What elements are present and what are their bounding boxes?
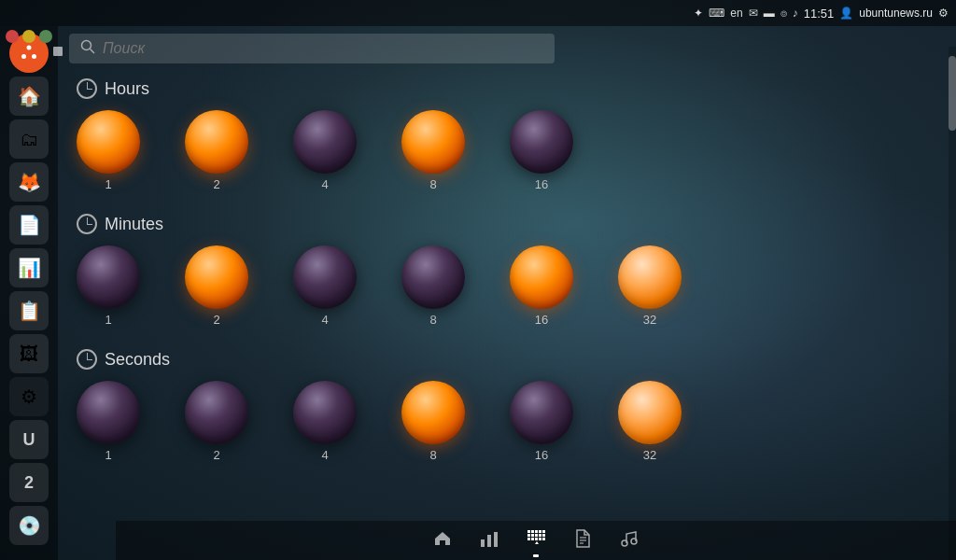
svg-rect-16 bbox=[535, 534, 538, 537]
sidebar-item-disk[interactable]: 💿 bbox=[9, 506, 49, 545]
svg-rect-12 bbox=[539, 530, 541, 533]
ball-sec-8[interactable] bbox=[401, 381, 465, 444]
sidebar-item-home[interactable]: 🏠 bbox=[9, 77, 49, 116]
ball-min-2[interactable] bbox=[185, 245, 248, 309]
sidebar-item-stats[interactable]: 📊 bbox=[9, 248, 49, 287]
ball-min-32[interactable] bbox=[618, 245, 682, 309]
sidebar-item-files[interactable]: 🗂 bbox=[9, 119, 49, 159]
ball-item-hours-4: 4 bbox=[293, 110, 357, 191]
bottombar-music-icon[interactable] bbox=[619, 528, 640, 553]
svg-rect-18 bbox=[542, 534, 545, 537]
bottombar-file-icon[interactable] bbox=[572, 528, 593, 553]
svg-rect-15 bbox=[531, 534, 534, 537]
clock-icon-minutes bbox=[77, 214, 97, 234]
ball-sec-4[interactable] bbox=[293, 381, 357, 444]
ball-item-min-2: 2 bbox=[185, 245, 248, 327]
seconds-balls-row: 1 2 4 8 16 bbox=[77, 375, 945, 469]
ball-label-min-32: 32 bbox=[643, 313, 656, 327]
ball-min-8[interactable] bbox=[401, 245, 465, 309]
ball-label-sec-2: 2 bbox=[213, 448, 219, 462]
sidebar-item-spreadsheet[interactable]: 📋 bbox=[9, 291, 49, 330]
ball-label-hours-2: 2 bbox=[213, 177, 219, 191]
ball-sec-32[interactable] bbox=[618, 381, 682, 444]
topbar-icons: ✦ ⌨ en ✉ ▬ ⌾ ♪ 11:51 👤 ubuntunews.ru ⚙ bbox=[694, 7, 949, 21]
ball-min-1[interactable] bbox=[77, 245, 140, 309]
svg-marker-24 bbox=[535, 541, 539, 544]
ball-label-hours-16: 16 bbox=[535, 177, 548, 191]
bottombar-home-wrap bbox=[432, 528, 453, 553]
ball-hours-4[interactable] bbox=[293, 110, 357, 174]
ball-hours-16[interactable] bbox=[510, 110, 573, 174]
ball-item-min-32: 32 bbox=[618, 245, 682, 327]
sidebar-item-document[interactable]: 📄 bbox=[9, 205, 49, 245]
svg-point-4 bbox=[82, 41, 91, 50]
svg-rect-19 bbox=[527, 538, 530, 540]
ball-item-hours-1: 1 bbox=[77, 110, 140, 191]
bottombar bbox=[116, 521, 956, 560]
section-seconds: Seconds 1 2 4 8 bbox=[77, 342, 945, 469]
svg-rect-8 bbox=[494, 532, 498, 547]
ball-min-16[interactable] bbox=[510, 245, 573, 309]
bottombar-home-icon[interactable] bbox=[432, 528, 453, 553]
scrollbar-thumb[interactable] bbox=[949, 56, 956, 131]
sidebar-item-settings[interactable]: ⚙ bbox=[9, 377, 49, 416]
ball-label-sec-1: 1 bbox=[105, 448, 111, 462]
svg-rect-7 bbox=[487, 535, 491, 547]
ball-item-min-16: 16 bbox=[510, 245, 573, 327]
ball-label-min-4: 4 bbox=[321, 313, 328, 327]
ball-sec-1[interactable] bbox=[77, 381, 140, 444]
svg-rect-14 bbox=[527, 534, 530, 537]
ball-label-hours-8: 8 bbox=[429, 177, 436, 191]
ball-item-sec-8: 8 bbox=[401, 381, 465, 462]
time-display: 11:51 bbox=[804, 7, 835, 21]
lang-indicator[interactable]: en bbox=[730, 7, 742, 20]
volume-icon[interactable]: ♪ bbox=[793, 7, 798, 20]
ball-label-sec-32: 32 bbox=[643, 448, 656, 462]
user-icon[interactable]: 👤 bbox=[839, 7, 853, 20]
sidebar-item-2[interactable]: 2 bbox=[9, 463, 49, 502]
sidebar-arrow bbox=[53, 47, 63, 56]
gear-icon[interactable]: ⚙ bbox=[938, 7, 949, 20]
maximize-button[interactable] bbox=[39, 30, 52, 43]
ball-sec-16[interactable] bbox=[510, 381, 573, 444]
minimize-button[interactable] bbox=[22, 30, 35, 43]
section-seconds-label: Seconds bbox=[105, 350, 170, 370]
bottombar-active-indicator bbox=[533, 554, 539, 557]
section-hours-label: Hours bbox=[105, 79, 149, 99]
sidebar-item-browser[interactable]: 🦊 bbox=[9, 162, 49, 202]
sidebar-item-presentation[interactable]: 🖼 bbox=[9, 334, 49, 373]
ball-item-sec-16: 16 bbox=[510, 381, 573, 462]
svg-rect-20 bbox=[531, 538, 534, 540]
wifi-icon[interactable]: ⌾ bbox=[780, 7, 787, 20]
section-seconds-header: Seconds bbox=[77, 342, 945, 375]
ball-item-hours-2: 2 bbox=[185, 110, 248, 191]
svg-rect-9 bbox=[527, 530, 530, 533]
svg-rect-11 bbox=[535, 530, 538, 533]
search-input[interactable] bbox=[103, 40, 543, 57]
section-minutes-header: Minutes bbox=[77, 206, 945, 240]
window-controls bbox=[0, 26, 58, 47]
ball-hours-2[interactable] bbox=[185, 110, 248, 174]
section-minutes-label: Minutes bbox=[105, 215, 163, 234]
bottombar-grid-icon[interactable] bbox=[526, 528, 546, 553]
scrollbar[interactable] bbox=[949, 47, 956, 560]
username: ubuntunews.ru bbox=[859, 7, 933, 20]
svg-rect-23 bbox=[542, 538, 545, 540]
ball-hours-8[interactable] bbox=[401, 110, 465, 174]
sidebar: 🏠 🗂 🦊 📄 📊 📋 🖼 ⚙ U 2 💿 bbox=[0, 26, 58, 560]
dropbox-icon[interactable]: ✦ bbox=[694, 7, 703, 20]
battery-icon[interactable]: ▬ bbox=[764, 7, 775, 20]
ball-hours-1[interactable] bbox=[77, 110, 140, 174]
ball-min-4[interactable] bbox=[293, 245, 357, 309]
svg-point-3 bbox=[32, 54, 36, 59]
ball-label-min-2: 2 bbox=[213, 313, 219, 327]
svg-rect-22 bbox=[539, 538, 541, 540]
bottombar-file-wrap bbox=[572, 528, 593, 553]
bottombar-grid-wrap bbox=[526, 528, 546, 553]
sidebar-item-u[interactable]: U bbox=[9, 420, 49, 459]
keyboard-icon[interactable]: ⌨ bbox=[709, 7, 724, 20]
mail-icon[interactable]: ✉ bbox=[749, 7, 758, 20]
bottombar-chart-icon[interactable] bbox=[479, 528, 499, 553]
ball-sec-2[interactable] bbox=[185, 381, 248, 444]
close-button[interactable] bbox=[6, 30, 19, 43]
